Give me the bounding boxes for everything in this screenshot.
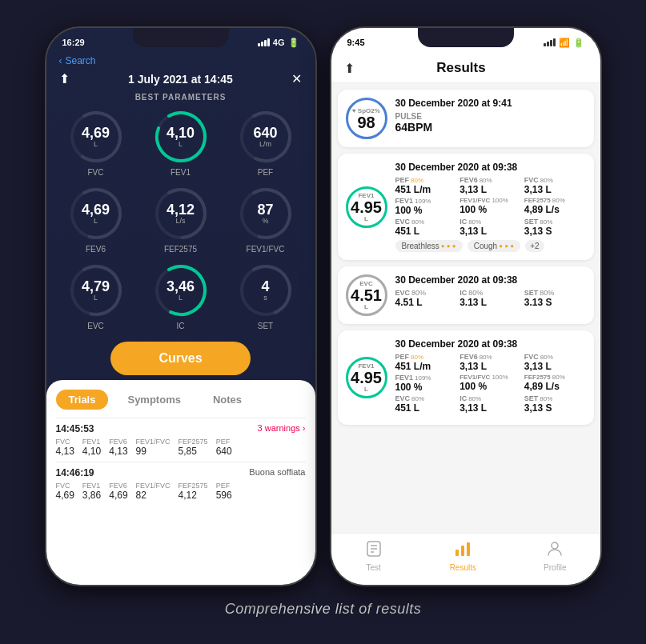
trial-val-fvc-1: FVC 4,13 — [56, 438, 74, 457]
battery-icon: 🔋 — [288, 38, 299, 48]
right-share-icon[interactable]: ⬆ — [344, 61, 355, 76]
network-label: 4G — [273, 38, 285, 47]
result-card-fev1-1[interactable]: FEV1 4.95 L 30 December 2020 at 09:38 PE… — [338, 154, 594, 260]
trial-val-fev1fvc-2: FEV1/FVC 82 — [136, 482, 171, 501]
left-phone: 16:29 4G 🔋 ‹ Search — [45, 26, 317, 586]
fev1-2-fef2575: FEF2575 80% 4,89 L/s — [524, 374, 586, 393]
trial-val-fvc-2: FVC 4,69 — [56, 482, 74, 501]
ic-unit: L — [167, 294, 195, 302]
metric-fef2575: 4,12 L/s FEF2575 — [142, 185, 219, 254]
symptom-cough: Cough ● ● ● — [467, 240, 520, 252]
set-value: 4 — [261, 279, 269, 294]
back-label: Search — [66, 55, 96, 66]
left-header: ⬆ 1 July 2021 at 14:45 ✕ — [46, 68, 315, 93]
evc-data-set: SET 80% 3.13 S — [524, 289, 586, 308]
metric-fev1: 4,10 L FEV1 — [142, 108, 219, 177]
header-title: 1 July 2021 at 14:45 — [128, 73, 233, 86]
curves-button[interactable]: Curves — [110, 342, 250, 375]
result-card-fev1-2[interactable]: FEV1 4.95 L 30 December 2020 at 09:38 PE… — [338, 330, 594, 425]
spo2-icon-area: ♥ SpO2% 98 — [346, 98, 387, 139]
status-icons-left: 4G 🔋 — [258, 38, 299, 48]
evc-result-badge-value: 4.51 — [351, 287, 382, 303]
page-caption: Comprehensive list of results — [225, 601, 422, 618]
trial-val-label-fvc-1: FVC — [56, 438, 74, 446]
back-chevron-icon: ‹ — [59, 55, 62, 66]
pef-value: 640 — [253, 126, 277, 140]
svg-point-25 — [552, 542, 558, 549]
svg-rect-22 — [455, 550, 459, 556]
metric-set: 4 s SET — [227, 262, 304, 330]
close-icon[interactable]: ✕ — [291, 71, 302, 86]
tab-symptoms[interactable]: Symptoms — [114, 390, 193, 410]
trial-warning-1: 3 warnings › — [258, 423, 306, 434]
fev1-2-content: 30 December 2020 at 09:38 PEF 80% 451 L/… — [395, 338, 586, 417]
fev1-2-ic: IC 80% 3,13 L — [459, 394, 521, 414]
trial-val-pef-1: PEF 640 — [216, 438, 232, 457]
fev1-1-fef2575: FEF2575 80% 4,89 L/s — [524, 197, 586, 216]
trial-val-fef-2: FEF2575 4,12 — [179, 482, 208, 501]
fev1-1-evc: EVC 80% 451 L — [395, 218, 457, 237]
fev1-2-badge: FEV1 4.95 L — [346, 357, 387, 398]
spo2-badge: ♥ SpO2% 98 — [346, 98, 387, 139]
tab-trials[interactable]: Trials — [56, 390, 109, 410]
pef-circle: 640 L/m — [237, 108, 295, 166]
nav-test[interactable]: Test — [365, 540, 383, 572]
trial-val-fvc-1-val: 4,13 — [56, 446, 74, 457]
fev1-2-set: SET 80% 3,13 S — [524, 394, 586, 414]
set-circle: 4 s — [237, 262, 295, 319]
fev1-1-fev1: FEV1 109% 100 % — [395, 197, 457, 216]
nav-profile[interactable]: Profile — [544, 540, 566, 572]
spo2-content: 30 December 2020 at 9:41 PULSE 64BPM — [395, 98, 586, 139]
trial-time-1: 14:45:53 — [56, 423, 94, 434]
fev1-1-data-grid: PEF 80% 451 L/m FEV6 80% 3,13 L FVC 80% … — [395, 176, 586, 237]
test-icon — [365, 540, 383, 562]
metric-fev1fvc: 87 % FEV1/FVC — [227, 185, 304, 254]
right-screen: 9:45 📶 🔋 ⬆ Results — [331, 28, 600, 585]
svg-rect-24 — [467, 542, 470, 556]
result-card-spo2[interactable]: ♥ SpO2% 98 30 December 2020 at 9:41 PULS… — [338, 90, 594, 147]
evc-value: 4,79 — [82, 279, 110, 294]
evc-circle: 4,79 L — [67, 262, 125, 319]
result-card-evc[interactable]: EVC 4.51 L 30 December 2020 at 09:38 EVC… — [338, 266, 594, 324]
spo2-value: 98 — [357, 114, 375, 130]
fev1-value: 4,10 — [167, 126, 195, 140]
results-list: ♥ SpO2% 98 30 December 2020 at 9:41 PULS… — [331, 83, 600, 533]
evc-result-content: 30 December 2020 at 09:38 EVC 80% 4.51 L… — [395, 274, 586, 316]
trial-val-fev6-2: FEV6 4,69 — [109, 482, 127, 501]
symptoms-row: Breathless ● ● ● Cough ● ● ● +2 — [395, 240, 586, 252]
breathless-dots: ● ● ● — [441, 242, 456, 250]
nav-results[interactable]: Results — [450, 540, 476, 572]
trial-warning-text-1: 3 warnings — [258, 423, 300, 433]
evc-result-badge-unit: L — [364, 303, 368, 310]
right-header-title: Results — [355, 60, 568, 76]
evc-data-evc: EVC 80% 4.51 L — [395, 289, 457, 308]
trial-note-2: Buona soffiata — [249, 467, 305, 478]
back-button[interactable]: ‹ Search — [46, 54, 315, 68]
fev1-1-badge-unit: L — [364, 215, 368, 222]
right-battery-icon: 🔋 — [573, 38, 584, 48]
plus-badge: +2 — [525, 240, 544, 252]
notch-right — [418, 28, 514, 47]
fev1fvc-unit: % — [257, 217, 273, 226]
fev1-2-fvc: FVC 80% 3,13 L — [524, 353, 586, 372]
right-status-icons: 📶 🔋 — [544, 38, 584, 48]
evc-result-date: 30 December 2020 at 09:38 — [395, 274, 586, 286]
fev1-2-date: 30 December 2020 at 09:38 — [395, 338, 586, 350]
right-signal-icon — [544, 38, 556, 46]
tab-notes[interactable]: Notes — [200, 390, 255, 410]
fev1-2-badge-unit: L — [364, 386, 368, 393]
metric-fev6: 4,69 L FEV6 — [58, 185, 134, 254]
fef2575-unit: L/s — [167, 217, 195, 226]
fev6-value: 4,69 — [82, 202, 110, 217]
signal-icon — [258, 38, 270, 46]
fev1-circle: 4,10 L — [152, 108, 210, 166]
fev1-unit: L — [167, 140, 195, 149]
fev1-2-evc: EVC 80% 451 L — [395, 394, 457, 414]
bottom-panel: Trials Symptoms Notes 14:45:53 3 warning… — [46, 380, 315, 585]
metrics-grid: 4,69 L FVC 4,10 — [46, 108, 315, 330]
trial-header-1: 14:45:53 3 warnings › — [56, 423, 306, 434]
fev1-1-date: 30 December 2020 at 09:38 — [395, 162, 586, 173]
share-icon[interactable]: ⬆ — [59, 71, 70, 86]
fev1-1-pef: PEF 80% 451 L/m — [395, 176, 457, 195]
evc-result-data-grid: EVC 80% 4.51 L IC 80% 3.13 L SET 80% 3.1… — [395, 289, 586, 308]
